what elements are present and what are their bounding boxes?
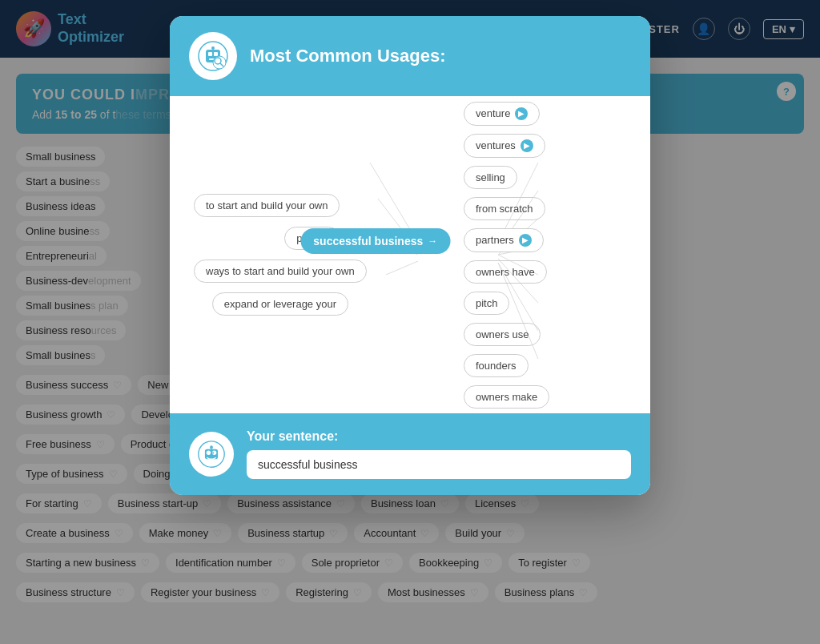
phrase-bubble[interactable]: founders: [464, 354, 529, 377]
phrase-bubble[interactable]: expand or leverage your: [212, 292, 348, 316]
svg-rect-5: [211, 46, 215, 50]
svg-line-12: [386, 261, 418, 275]
svg-rect-3: [214, 52, 218, 56]
modal-title: Most Common Usages:: [250, 46, 445, 66]
svg-rect-25: [210, 445, 213, 449]
svg-rect-2: [208, 52, 212, 56]
footer-label: Your sentence:: [247, 429, 631, 444]
modal-body: to start and build your own pursue ways …: [170, 96, 650, 413]
phrase-bubble[interactable]: owners use: [464, 323, 541, 346]
phrase-bubble[interactable]: to start and build your own: [194, 194, 340, 217]
phrase-bubble[interactable]: partners ▶: [464, 228, 544, 252]
center-word[interactable]: successful business: [300, 228, 450, 254]
phrase-bubble[interactable]: ways to start and build your own: [194, 260, 367, 283]
footer-robot-icon: ?: [189, 432, 234, 477]
phrase-bubble[interactable]: selling: [464, 166, 517, 189]
modal-robot-icon: [189, 32, 237, 80]
phrase-bubble[interactable]: from scratch: [464, 197, 545, 220]
footer-content: Your sentence:: [247, 429, 631, 479]
svg-text:?: ?: [211, 450, 214, 457]
left-phrases: to start and build your own pursue ways …: [194, 119, 388, 391]
word-map: to start and build your own pursue ways …: [194, 119, 626, 391]
modal-header: Most Common Usages:: [170, 16, 650, 96]
phrase-bubble[interactable]: ventures ▶: [464, 134, 545, 158]
modal-overlay[interactable]: Most Common Usages: to start and build y…: [0, 0, 820, 644]
phrase-bubble[interactable]: pitch: [464, 292, 509, 315]
modal-footer: ? Your sentence:: [170, 413, 650, 495]
right-phrases: venture ▶ ventures ▶ selling from scratc…: [432, 119, 626, 391]
phrase-bubble[interactable]: owners have: [464, 260, 547, 284]
phrase-bubble[interactable]: venture ▶: [464, 102, 540, 126]
phrase-bubble[interactable]: owners make: [464, 385, 549, 409]
modal: Most Common Usages: to start and build y…: [170, 16, 650, 495]
sentence-input[interactable]: [247, 450, 631, 479]
